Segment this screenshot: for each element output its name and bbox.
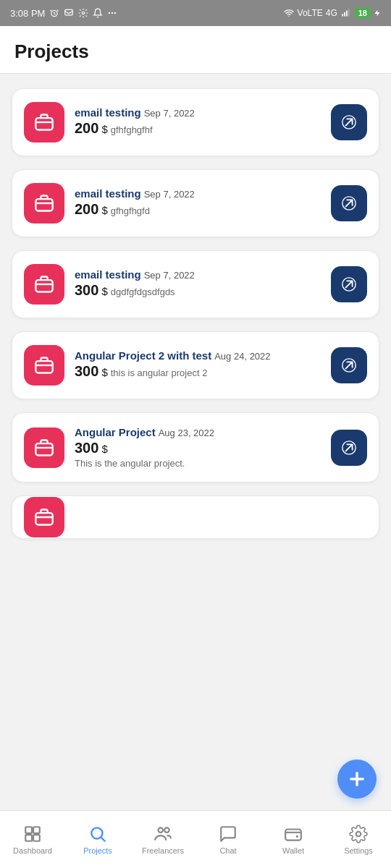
svg-point-2 <box>83 12 85 14</box>
project-card-3: email testing Sep 7, 2022 300 $ dgdfgfdg… <box>12 250 379 318</box>
project-arrow-btn-4[interactable] <box>331 347 367 383</box>
briefcase-icon-4 <box>34 355 54 375</box>
svg-rect-16 <box>35 280 52 292</box>
briefcase-icon-partial <box>34 507 54 527</box>
briefcase-icon <box>34 112 54 132</box>
briefcase-icon-3 <box>34 274 54 294</box>
project-icon-2 <box>24 183 64 224</box>
project-dollar-3: $ <box>101 285 107 297</box>
chat-icon <box>219 825 237 843</box>
project-amount-4: 300 <box>75 363 98 380</box>
project-amount-3: 300 <box>75 282 98 299</box>
briefcase-icon-2 <box>34 193 54 213</box>
4g-text: 4G <box>326 8 337 18</box>
project-icon-4 <box>24 345 64 386</box>
project-info-3: email testing Sep 7, 2022 300 $ dgdfgfdg… <box>75 268 321 300</box>
project-desc-3: dgdfgfdgsdfgds <box>111 286 175 297</box>
nav-label-dashboard: Dashboard <box>13 846 52 855</box>
arrow-icon-1 <box>341 114 357 130</box>
project-card-5: Angular Project Aug 23, 2022 300 $ This … <box>12 412 379 482</box>
projects-list: email testing Sep 7, 2022 200 $ gfhfghgf… <box>0 74 391 611</box>
project-arrow-btn-5[interactable] <box>331 430 367 466</box>
project-desc-1: gfhfghgfhf <box>111 124 153 135</box>
project-date-1: Sep 7, 2022 <box>144 108 195 119</box>
svg-point-35 <box>296 835 298 837</box>
project-arrow-btn-3[interactable] <box>331 266 367 302</box>
svg-rect-22 <box>35 443 52 455</box>
project-icon-1 <box>24 102 64 142</box>
project-arrow-btn-1[interactable] <box>331 104 367 140</box>
sidebar-item-settings[interactable]: Settings <box>326 819 391 861</box>
project-icon-partial <box>24 497 64 537</box>
wallet-icon <box>284 825 303 843</box>
nav-label-settings: Settings <box>344 846 373 855</box>
project-dollar-5: $ <box>101 443 107 455</box>
svg-rect-34 <box>285 829 301 840</box>
page-header: Projects <box>0 26 391 74</box>
nav-label-wallet: Wallet <box>282 846 304 855</box>
project-date-2: Sep 7, 2022 <box>144 189 195 200</box>
more-icon <box>107 8 117 18</box>
project-name-4: Angular Project 2 with test <box>75 349 211 362</box>
status-right: VoLTE 4G 18 <box>283 8 381 18</box>
alarm-icon <box>49 8 59 18</box>
svg-point-36 <box>356 831 361 836</box>
project-desc-2: gfhgfhgfd <box>111 205 150 216</box>
svg-rect-27 <box>25 827 32 833</box>
project-amount-1: 200 <box>75 120 98 137</box>
svg-point-33 <box>164 827 169 833</box>
nav-label-chat: Chat <box>219 846 236 855</box>
sidebar-item-chat[interactable]: Chat <box>196 819 261 861</box>
projects-icon <box>88 825 107 843</box>
gear-icon <box>78 8 88 18</box>
svg-rect-8 <box>346 11 348 17</box>
project-dollar-1: $ <box>101 123 107 135</box>
status-bar: 3:08 PM VoLTE 4G 18 <box>0 0 391 26</box>
sidebar-item-wallet[interactable]: Wallet <box>261 819 326 861</box>
svg-rect-7 <box>344 12 345 17</box>
project-desc-5: This is the angular project. <box>75 458 321 469</box>
svg-rect-30 <box>33 835 40 841</box>
time: 3:08 PM <box>10 8 45 19</box>
status-left: 3:08 PM <box>10 8 117 19</box>
signal-text: VoLTE <box>298 8 323 18</box>
svg-rect-25 <box>35 513 52 524</box>
project-amount-5: 300 <box>75 440 98 456</box>
project-info-2: email testing Sep 7, 2022 200 $ gfhgfhgf… <box>75 187 321 219</box>
dashboard-icon <box>23 825 42 843</box>
message-icon <box>64 8 74 18</box>
signal-icon <box>340 8 352 18</box>
project-arrow-btn-2[interactable] <box>331 185 367 221</box>
svg-rect-29 <box>25 835 32 841</box>
svg-point-3 <box>109 12 110 14</box>
project-icon-3 <box>24 264 64 305</box>
sidebar-item-freelancers[interactable]: Freelancers <box>130 819 196 861</box>
project-card-1: email testing Sep 7, 2022 200 $ gfhfghgf… <box>12 88 379 156</box>
notification-icon <box>93 8 103 18</box>
svg-rect-9 <box>348 9 350 17</box>
arrow-icon-3 <box>341 276 357 292</box>
sidebar-item-projects[interactable]: Projects <box>65 819 130 861</box>
svg-point-4 <box>112 12 113 14</box>
svg-rect-28 <box>33 827 40 833</box>
project-card-partial <box>12 495 379 539</box>
arrow-icon-5 <box>341 440 357 456</box>
svg-point-32 <box>159 827 164 833</box>
sidebar-item-dashboard[interactable]: Dashboard <box>0 819 65 861</box>
svg-rect-10 <box>35 118 52 129</box>
charging-icon <box>374 8 381 18</box>
project-amount-2: 200 <box>75 201 98 218</box>
project-date-5: Aug 23, 2022 <box>159 427 214 438</box>
project-desc-4: this is angular project 2 <box>111 367 208 378</box>
project-info-5: Angular Project Aug 23, 2022 300 $ This … <box>75 426 321 469</box>
wifi-icon <box>283 8 295 18</box>
settings-icon <box>349 825 368 843</box>
project-icon-5 <box>24 427 64 468</box>
project-card-2: email testing Sep 7, 2022 200 $ gfhgfhgf… <box>12 169 379 237</box>
svg-point-5 <box>114 12 116 14</box>
add-project-button[interactable] <box>337 760 377 799</box>
freelancers-icon <box>154 825 172 843</box>
battery-indicator: 18 <box>355 8 371 18</box>
svg-rect-19 <box>35 361 52 373</box>
nav-label-projects: Projects <box>83 846 112 855</box>
